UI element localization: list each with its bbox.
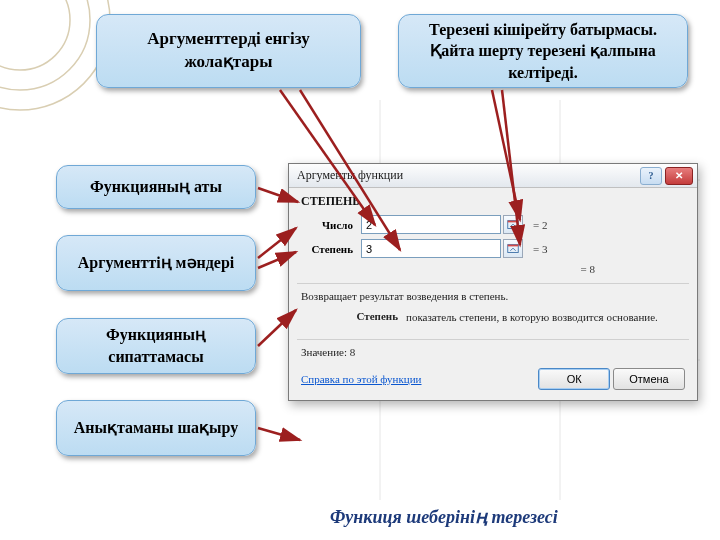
divider [297,339,689,340]
arg-desc-text: показатель степени, в которую возводится… [406,310,685,325]
argument-label: Степень [301,243,361,255]
function-name: СТЕПЕНЬ [301,194,685,209]
function-arguments-dialog: Аргументы функции ? ✕ СТЕПЕНЬ Число = 2 … [288,163,698,401]
collapse-icon [506,218,520,232]
titlebar-help-button[interactable]: ? [640,167,662,185]
svg-rect-10 [508,244,519,246]
result-line: Значение: 8 [301,346,685,358]
figure-caption: Функиця шеберінің терезесі [330,506,558,528]
function-description: Возвращает результат возведения в степен… [301,290,685,302]
arg-desc-label: Степень [301,310,406,325]
collapse-icon [506,242,520,256]
argument-input-power[interactable] [361,239,501,258]
argument-description: Степень показатель степени, в которую во… [301,310,685,325]
callout-help-call: Анықтаманы шақыру [56,400,256,456]
argument-result: = 3 [533,243,547,255]
collapse-dialog-button[interactable] [503,215,523,234]
callout-arg-values: Аргументтің мәндері [56,235,256,291]
collapse-dialog-button[interactable] [503,239,523,258]
argument-result: = 2 [533,219,547,231]
callout-collapse-btn: Терезені кішірейту батырмасы. Қайта шерт… [398,14,688,88]
result-label: Значение: [301,346,347,358]
argument-row: Число = 2 [301,215,685,234]
ok-button[interactable]: ОК [538,368,610,390]
cancel-button[interactable]: Отмена [613,368,685,390]
svg-line-19 [258,428,300,440]
function-help-link[interactable]: Справка по этой функции [301,373,422,385]
divider [297,283,689,284]
callout-arg-rows: Аргументтерді енгізу жолақтары [96,14,361,88]
svg-point-0 [0,0,110,110]
function-total: = 8 [301,263,685,275]
svg-point-1 [0,0,90,90]
dialog-titlebar[interactable]: Аргументы функции ? ✕ [289,164,697,188]
result-value: 8 [350,346,356,358]
svg-point-2 [0,0,70,70]
svg-rect-8 [508,220,519,222]
callout-fn-name: Функцияның аты [56,165,256,209]
titlebar-close-button[interactable]: ✕ [665,167,693,185]
callout-fn-desc: Функцияның сипаттамасы [56,318,256,374]
argument-input-number[interactable] [361,215,501,234]
argument-label: Число [301,219,361,231]
dialog-title: Аргументы функции [297,168,637,183]
argument-row: Степень = 3 [301,239,685,258]
